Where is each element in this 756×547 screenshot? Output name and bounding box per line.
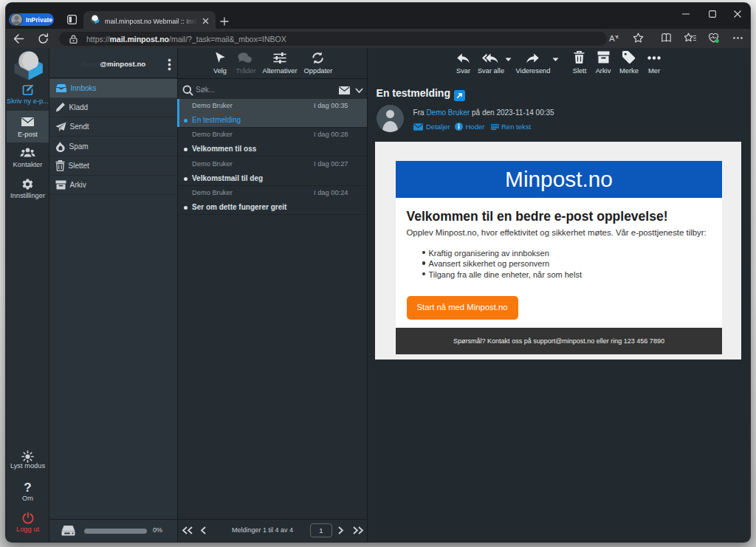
- svg-text:A: A: [609, 34, 615, 43]
